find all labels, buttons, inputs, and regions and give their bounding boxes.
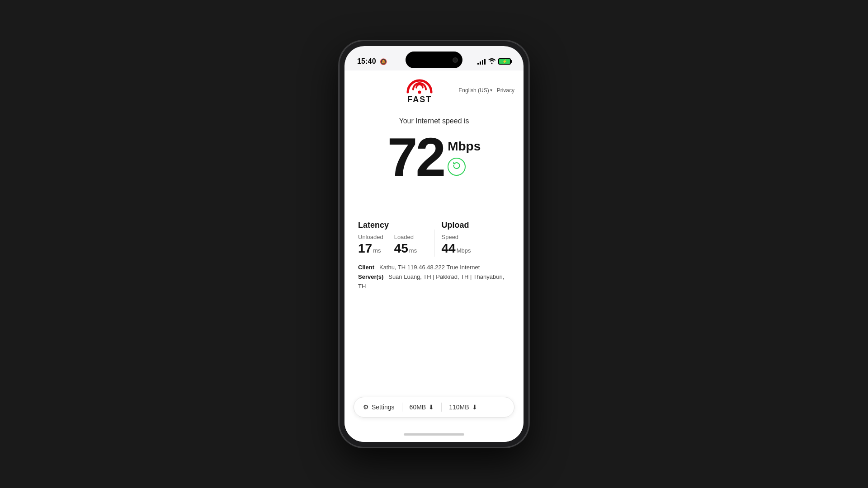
latency-unloaded: Unloaded 17 ms <box>358 234 383 256</box>
app-content: FAST English (US) ▾ Privacy Your Interne… <box>344 70 524 442</box>
upload-group: Upload Speed 44 Mbps <box>442 221 510 257</box>
upload-value-row: 44 Mbps <box>442 241 510 256</box>
upload-item: Speed 44 Mbps <box>442 234 510 256</box>
servers-label: Server(s) <box>358 273 383 280</box>
phone-screen: 15:40 🔕 <box>344 46 524 442</box>
logo-text: FAST <box>407 95 432 104</box>
loaded-label: Loaded <box>394 234 417 240</box>
bell-icon: 🔕 <box>380 58 387 65</box>
unloaded-value: 17 <box>358 241 372 256</box>
upload-value: 44 <box>442 241 456 256</box>
stats-divider <box>434 230 434 257</box>
wifi-icon <box>488 58 495 65</box>
latency-loaded: Loaded 45 ms <box>394 234 417 256</box>
battery-icon: ⚡ <box>498 58 511 65</box>
client-info-row: Client Kathu, TH 119.46.48.222 True Inte… <box>358 263 510 272</box>
fast-logo: FAST <box>405 76 434 104</box>
speed-right: Mbps <box>448 130 481 176</box>
speed-display: 72 Mbps <box>387 130 481 184</box>
latency-group: Latency Unloaded 17 ms Loaded <box>358 221 427 257</box>
loaded-unit: ms <box>409 247 417 254</box>
loaded-value-row: 45 ms <box>394 241 417 256</box>
server-info: Client Kathu, TH 119.46.48.222 True Inte… <box>344 263 524 297</box>
language-label: English (US) <box>458 87 489 94</box>
chevron-down-icon: ▾ <box>490 88 492 93</box>
home-indicator <box>344 427 524 442</box>
settings-icon: ⚙ <box>363 404 369 411</box>
refresh-icon <box>452 161 461 172</box>
header-right: English (US) ▾ Privacy <box>458 87 514 94</box>
latency-title: Latency <box>358 221 427 230</box>
camera-indicator <box>453 57 458 63</box>
stats-section: Latency Unloaded 17 ms Loaded <box>344 216 524 263</box>
dynamic-island <box>406 52 462 68</box>
unloaded-label: Unloaded <box>358 234 383 240</box>
download-110mb-icon: ⬇ <box>472 404 477 411</box>
phone-frame: 15:40 🔕 <box>339 41 529 447</box>
signal-icon <box>477 58 486 65</box>
speed-unit: Mbps <box>448 139 481 154</box>
toolbar-separator-2 <box>441 403 442 412</box>
home-bar <box>404 433 464 436</box>
refresh-button[interactable] <box>448 158 466 176</box>
latency-row: Unloaded 17 ms Loaded 45 ms <box>358 234 427 256</box>
speed-label: Your Internet speed is <box>399 117 469 125</box>
download-60mb-button[interactable]: 60MB ⬇ <box>410 404 434 411</box>
client-label: Client <box>358 264 374 271</box>
language-selector[interactable]: English (US) ▾ <box>458 87 492 94</box>
privacy-link[interactable]: Privacy <box>497 87 514 94</box>
settings-button[interactable]: ⚙ Settings <box>363 404 395 411</box>
upload-title: Upload <box>442 221 510 230</box>
speedometer-icon <box>405 76 434 94</box>
svg-point-0 <box>418 91 421 94</box>
download-60mb-value: 60MB <box>410 404 426 411</box>
status-time: 15:40 <box>357 57 376 66</box>
servers-info-row: Server(s) Suan Luang, TH | Pakkrad, TH |… <box>358 272 510 291</box>
status-icons: ⚡ <box>477 58 511 65</box>
unloaded-value-row: 17 ms <box>358 241 383 256</box>
bottom-toolbar: ⚙ Settings 60MB ⬇ 110MB ⬇ <box>354 397 514 418</box>
download-110mb-value: 110MB <box>449 404 469 411</box>
app-header: FAST English (US) ▾ Privacy <box>344 70 524 108</box>
settings-label: Settings <box>372 404 395 411</box>
loaded-value: 45 <box>394 241 408 256</box>
unloaded-unit: ms <box>373 247 381 254</box>
download-110mb-button[interactable]: 110MB ⬇ <box>449 404 477 411</box>
upload-unit: Mbps <box>457 247 471 254</box>
client-value: Kathu, TH 119.46.48.222 True Internet <box>379 264 480 271</box>
speed-section: Your Internet speed is 72 Mbps <box>344 108 524 216</box>
status-bar: 15:40 🔕 <box>344 46 524 70</box>
speed-value: 72 <box>387 130 444 184</box>
download-60mb-icon: ⬇ <box>429 404 434 411</box>
upload-sublabel: Speed <box>442 234 510 240</box>
toolbar-separator-1 <box>402 403 402 412</box>
